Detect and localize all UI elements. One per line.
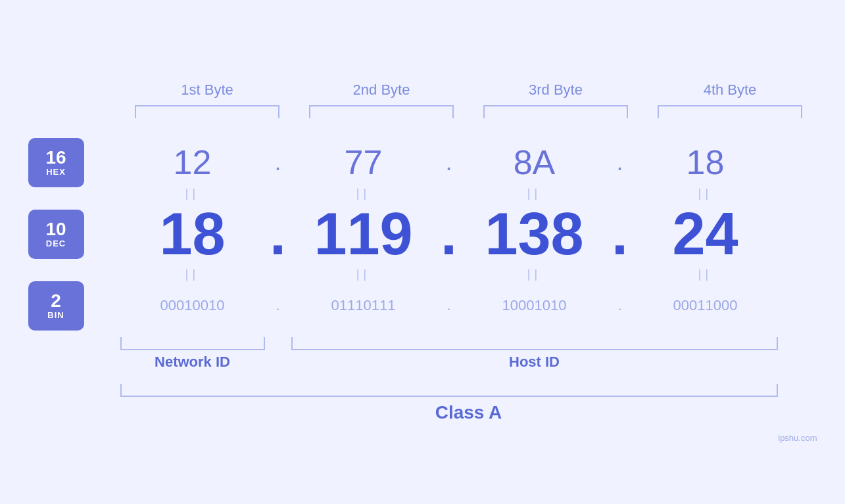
byte2-header: 2nd Byte <box>309 81 454 99</box>
bin-base-number: 2 <box>51 292 61 310</box>
bin-base-label: BIN <box>47 310 64 320</box>
top-brackets <box>28 105 817 118</box>
host-id-label: Host ID <box>291 354 778 371</box>
bottom-labels: Network ID Host ID <box>120 354 817 371</box>
dec-base-number: 10 <box>45 220 66 239</box>
bottom-brackets-row <box>120 337 817 350</box>
hex-base-number: 16 <box>45 149 66 167</box>
bin-dot2: . <box>436 297 462 314</box>
sep1-b3: || <box>462 187 607 200</box>
hex-byte1: 12 <box>120 143 265 182</box>
sep1-b2: || <box>291 187 436 200</box>
bin-dot3: . <box>607 297 633 314</box>
class-bracket <box>120 384 778 397</box>
watermark: ipshu.com <box>778 433 817 443</box>
sep2-b3: || <box>462 267 607 281</box>
hex-values: 12 . 77 . 8A . 18 <box>120 143 817 182</box>
bin-dot1: . <box>265 297 291 314</box>
dec-dot2: . <box>436 200 462 268</box>
dec-dot1: . <box>265 200 291 268</box>
hex-byte4: 18 <box>633 143 778 182</box>
bracket-byte2 <box>309 105 454 118</box>
dec-base-label: DEC <box>46 239 66 248</box>
dec-byte4: 24 <box>633 200 778 268</box>
dec-dot3: . <box>607 200 633 268</box>
sep1-b4: || <box>633 187 778 200</box>
sep-row-1: || || || || <box>28 187 817 200</box>
bin-byte3: 10001010 <box>462 297 607 314</box>
network-bracket <box>120 337 265 350</box>
dec-byte3: 138 <box>462 200 607 268</box>
bin-byte1: 00010010 <box>120 297 265 314</box>
dec-row: 10 DEC 18 . 119 . 138 . 24 <box>28 200 817 268</box>
bracket-byte1 <box>135 105 279 118</box>
bracket-byte4 <box>658 105 802 118</box>
bin-row: 2 BIN 00010010 . 01110111 . 10001010 . 0… <box>28 281 817 331</box>
bin-badge: 2 BIN <box>28 281 84 331</box>
dec-byte1: 18 <box>120 200 265 268</box>
network-id-label: Network ID <box>120 354 265 371</box>
hex-dot1: . <box>265 149 291 176</box>
sep2-b2: || <box>291 267 436 281</box>
hex-row: 16 HEX 12 . 77 . 8A . 18 <box>28 138 817 187</box>
hex-byte2: 77 <box>291 143 436 182</box>
dec-byte2: 119 <box>291 200 436 268</box>
hex-byte3: 8A <box>462 143 607 182</box>
dec-values: 18 . 119 . 138 . 24 <box>120 200 817 268</box>
dec-badge: 10 DEC <box>28 210 84 259</box>
host-bracket <box>291 337 778 350</box>
sep1-b1: || <box>120 187 265 200</box>
bin-byte2: 01110111 <box>291 297 436 314</box>
hex-badge: 16 HEX <box>28 138 84 187</box>
byte1-header: 1st Byte <box>135 81 279 99</box>
sep-row-2: || || || || <box>28 268 817 281</box>
hex-dot3: . <box>607 149 633 176</box>
bin-byte4: 00011000 <box>633 297 778 314</box>
sep2-b1: || <box>120 267 265 281</box>
class-bracket-row <box>120 384 817 397</box>
byte3-header: 3rd Byte <box>483 81 628 99</box>
class-label-row: Class A <box>120 402 817 423</box>
byte-headers: 1st Byte 2nd Byte 3rd Byte 4th Byte <box>28 81 817 99</box>
hex-dot2: . <box>436 149 462 176</box>
bracket-byte3 <box>483 105 628 118</box>
bin-values: 00010010 . 01110111 . 10001010 . 0001100… <box>120 297 817 314</box>
class-a-label: Class A <box>140 402 798 423</box>
hex-base-label: HEX <box>46 167 66 177</box>
bottom-section: Network ID Host ID Class A <box>28 337 817 423</box>
byte4-header: 4th Byte <box>658 81 802 99</box>
sep2-b4: || <box>633 267 778 281</box>
